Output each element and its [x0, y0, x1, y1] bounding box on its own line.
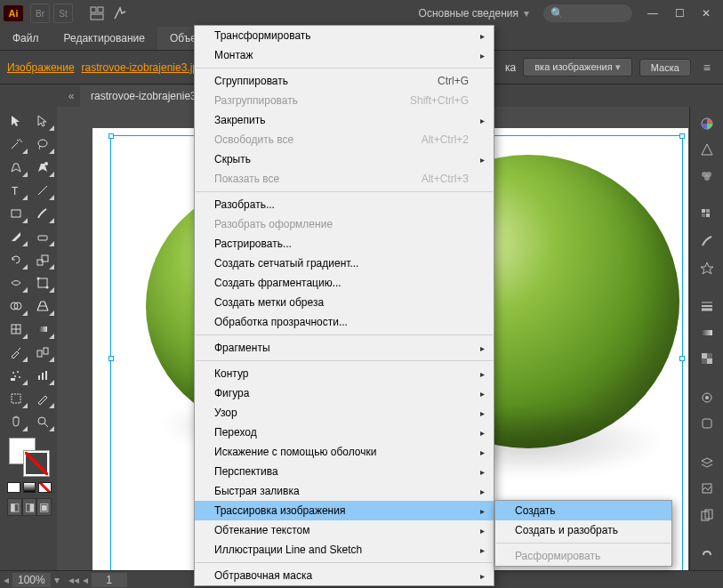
arrange-docs-icon[interactable]: [87, 4, 107, 23]
menu-image-trace[interactable]: Трассировка изображения: [195, 501, 494, 520]
menu-envelope[interactable]: Искажение с помощью оболочки: [195, 442, 494, 462]
panel-themes[interactable]: [695, 165, 719, 188]
handle-tr[interactable]: [679, 133, 685, 139]
menu-blend[interactable]: Переход: [195, 423, 494, 442]
curvature-tool[interactable]: [30, 157, 55, 178]
perspective-tool[interactable]: [30, 295, 55, 317]
shaper-tool[interactable]: [4, 226, 28, 247]
image-trace-button[interactable]: вка изображения: [523, 58, 632, 77]
panel-stroke[interactable]: [695, 294, 719, 318]
mask-button[interactable]: Маска: [639, 59, 691, 77]
panel-graphic-styles[interactable]: [695, 412, 719, 435]
rectangle-tool[interactable]: [4, 203, 28, 224]
gradient-tool[interactable]: [30, 318, 55, 340]
menu-lock[interactable]: Закрепить: [195, 110, 494, 130]
free-transform-tool[interactable]: [30, 272, 55, 294]
minimize-button[interactable]: —: [639, 4, 666, 22]
menu-expand[interactable]: Разобрать...: [195, 195, 494, 214]
artboard-tool[interactable]: [4, 388, 28, 409]
menu-shape[interactable]: Фигура: [195, 383, 494, 403]
pen-tool[interactable]: [4, 157, 28, 178]
panel-brushes[interactable]: [695, 230, 719, 253]
submenu-make-expand[interactable]: Создать и разобрать: [495, 520, 671, 540]
menu-clipping-mask[interactable]: Обтравочная маска: [195, 566, 494, 585]
panel-assets[interactable]: [695, 478, 719, 501]
menu-arrange[interactable]: Монтаж: [195, 45, 494, 65]
workspace-switcher[interactable]: Основные сведения ▾: [412, 4, 536, 23]
menu-perspective[interactable]: Перспектива: [195, 462, 494, 481]
shape-builder-tool[interactable]: [4, 295, 28, 317]
handle-tl[interactable]: [108, 133, 114, 139]
menu-rasterize[interactable]: Растрировать...: [195, 234, 494, 254]
direct-selection-tool[interactable]: [30, 110, 55, 132]
zoom-tool[interactable]: [30, 411, 55, 432]
draw-inside[interactable]: ▣: [36, 498, 52, 516]
eraser-tool[interactable]: [30, 226, 55, 247]
handle-l[interactable]: [108, 356, 114, 361]
panel-artboards[interactable]: [695, 503, 719, 527]
type-tool[interactable]: T: [4, 180, 28, 201]
menu-mesh[interactable]: Создать сетчатый градиент...: [195, 254, 494, 273]
menu-pattern[interactable]: Узор: [195, 403, 494, 423]
panel-gradient[interactable]: [695, 321, 719, 344]
blend-tool[interactable]: [30, 342, 55, 363]
width-tool[interactable]: [4, 272, 28, 294]
draw-normal[interactable]: ◧: [7, 498, 22, 516]
menu-flatten[interactable]: Обработка прозрачности...: [195, 312, 494, 332]
zoom-field[interactable]: 100%: [12, 573, 51, 587]
panel-appearance[interactable]: [695, 386, 719, 409]
linked-file-link[interactable]: rastrovoe-izobrajenie3.jpg: [82, 61, 205, 74]
panel-cc-libraries[interactable]: [695, 543, 719, 566]
search-input[interactable]: 🔍: [543, 4, 632, 22]
menu-file[interactable]: Файл: [0, 27, 52, 50]
panel-swatches[interactable]: [695, 204, 719, 227]
panel-menu-icon[interactable]: ≡: [698, 60, 716, 75]
brush-tool[interactable]: [30, 203, 55, 224]
lasso-tool[interactable]: [30, 133, 55, 155]
gpu-icon[interactable]: [110, 4, 130, 23]
menu-livepaint[interactable]: Быстрая заливка: [195, 481, 494, 501]
menu-hide[interactable]: Скрыть: [195, 149, 494, 169]
symbol-sprayer-tool[interactable]: [4, 365, 28, 386]
close-button[interactable]: ✕: [693, 4, 719, 22]
maximize-button[interactable]: ☐: [666, 4, 693, 22]
eyedropper-tool[interactable]: [4, 342, 28, 363]
stroke-swatch[interactable]: [23, 450, 50, 477]
panel-symbols[interactable]: [695, 256, 719, 279]
rotate-tool[interactable]: [4, 249, 28, 270]
menu-path[interactable]: Контур: [195, 364, 494, 383]
menu-line-sketch[interactable]: Иллюстрации Line and Sketch: [195, 540, 494, 560]
none-swatch[interactable]: [38, 482, 52, 493]
draw-behind[interactable]: ◨: [22, 498, 37, 516]
color-swatch[interactable]: [7, 482, 20, 493]
panel-transparency[interactable]: [695, 347, 719, 370]
slice-tool[interactable]: [30, 388, 55, 409]
scale-tool[interactable]: [30, 249, 55, 270]
selection-tool[interactable]: [4, 110, 28, 132]
menu-transform[interactable]: Трансформировать: [195, 26, 494, 45]
handle-r[interactable]: [679, 356, 685, 361]
mesh-tool[interactable]: [4, 318, 28, 340]
artboard-field[interactable]: 1: [92, 573, 127, 587]
menu-group[interactable]: СгруппироватьCtrl+G: [195, 71, 494, 91]
fill-stroke-control[interactable]: [4, 434, 55, 479]
menu-mosaic[interactable]: Создать фрагментацию...: [195, 273, 494, 293]
menu-edit[interactable]: Редактирование: [52, 27, 157, 50]
menu-text-wrap[interactable]: Обтекание текстом: [195, 520, 494, 540]
panel-layers[interactable]: [695, 451, 719, 474]
svg-rect-46: [702, 353, 707, 358]
menu-slices[interactable]: Фрагменты: [195, 338, 494, 358]
magic-wand-tool[interactable]: [4, 133, 28, 155]
tab-nav-left[interactable]: «: [62, 90, 80, 102]
panel-color-guide[interactable]: [695, 139, 719, 162]
panel-color[interactable]: [695, 112, 719, 135]
selection-type-link[interactable]: Изображение: [7, 61, 75, 74]
hand-tool[interactable]: [4, 411, 28, 432]
gradient-swatch[interactable]: [23, 482, 36, 493]
bridge-icon[interactable]: Br: [30, 4, 50, 23]
stock-icon[interactable]: St: [53, 4, 73, 23]
menu-trim-marks[interactable]: Создать метки обреза: [195, 293, 494, 312]
graph-tool[interactable]: [30, 365, 55, 386]
submenu-make[interactable]: Создать: [495, 501, 671, 520]
line-tool[interactable]: [30, 180, 55, 201]
